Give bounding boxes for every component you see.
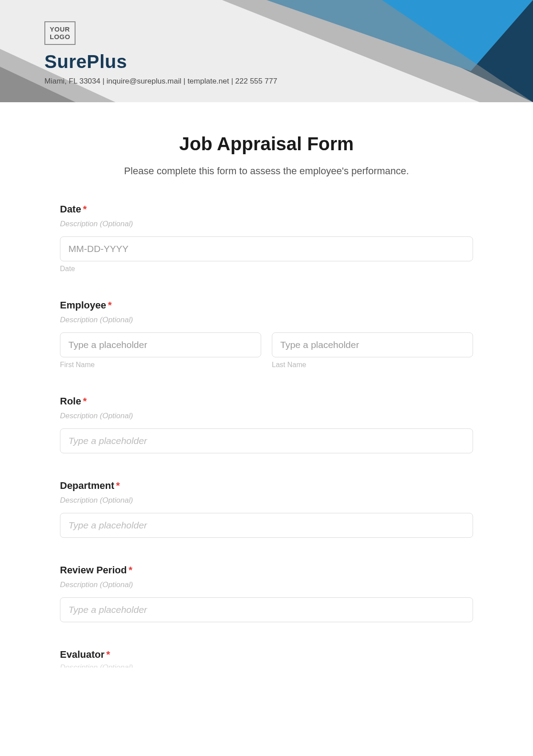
field-role: Role* Description (Optional) bbox=[60, 396, 473, 453]
department-input[interactable] bbox=[60, 513, 473, 538]
role-input[interactable] bbox=[60, 428, 473, 453]
role-description-optional: Description (Optional) bbox=[60, 412, 473, 420]
required-mark: * bbox=[108, 300, 112, 311]
employee-label: Employee* bbox=[60, 300, 473, 311]
field-employee: Employee* Description (Optional) First N… bbox=[60, 300, 473, 369]
form-description: Please complete this form to assess the … bbox=[60, 165, 473, 177]
review-period-input[interactable] bbox=[60, 597, 473, 622]
evaluator-label-text: Evaluator bbox=[60, 649, 104, 660]
form-container: Job Appraisal Form Please complete this … bbox=[0, 102, 533, 685]
date-label-text: Date bbox=[60, 204, 81, 215]
required-mark: * bbox=[106, 649, 110, 660]
company-name: SurePlus bbox=[44, 51, 277, 72]
required-mark: * bbox=[116, 480, 120, 491]
employee-label-text: Employee bbox=[60, 300, 106, 311]
form-title: Job Appraisal Form bbox=[60, 133, 473, 155]
evaluator-label: Evaluator* bbox=[60, 649, 473, 660]
role-label: Role* bbox=[60, 396, 473, 407]
field-evaluator: Evaluator* Description (Optional) bbox=[60, 649, 473, 668]
company-subline: Miami, FL 33034 | inquire@sureplus.mail … bbox=[44, 77, 277, 86]
required-mark: * bbox=[83, 396, 87, 407]
department-description-optional: Description (Optional) bbox=[60, 496, 473, 505]
logo-line1: YOUR bbox=[50, 26, 70, 33]
first-name-input[interactable] bbox=[60, 332, 261, 357]
employee-description-optional: Description (Optional) bbox=[60, 316, 473, 324]
header-banner: YOUR LOGO SurePlus Miami, FL 33034 | inq… bbox=[0, 0, 533, 102]
review-period-label-text: Review Period bbox=[60, 564, 127, 576]
date-sublabel: Date bbox=[60, 265, 473, 273]
date-label: Date* bbox=[60, 204, 473, 215]
field-review-period: Review Period* Description (Optional) bbox=[60, 564, 473, 622]
field-date: Date* Description (Optional) Date bbox=[60, 204, 473, 273]
evaluator-description-optional: Description (Optional) bbox=[60, 663, 473, 668]
first-name-sublabel: First Name bbox=[60, 361, 261, 369]
last-name-sublabel: Last Name bbox=[272, 361, 473, 369]
review-period-label: Review Period* bbox=[60, 564, 473, 576]
department-label-text: Department bbox=[60, 480, 114, 491]
date-description-optional: Description (Optional) bbox=[60, 220, 473, 228]
logo-placeholder: YOUR LOGO bbox=[44, 21, 76, 45]
department-label: Department* bbox=[60, 480, 473, 492]
role-label-text: Role bbox=[60, 396, 81, 407]
field-department: Department* Description (Optional) bbox=[60, 480, 473, 538]
last-name-input[interactable] bbox=[272, 332, 473, 357]
date-input[interactable] bbox=[60, 236, 473, 261]
logo-line2: LOGO bbox=[50, 33, 70, 41]
required-mark: * bbox=[128, 564, 132, 576]
review-period-description-optional: Description (Optional) bbox=[60, 580, 473, 589]
required-mark: * bbox=[83, 204, 87, 215]
